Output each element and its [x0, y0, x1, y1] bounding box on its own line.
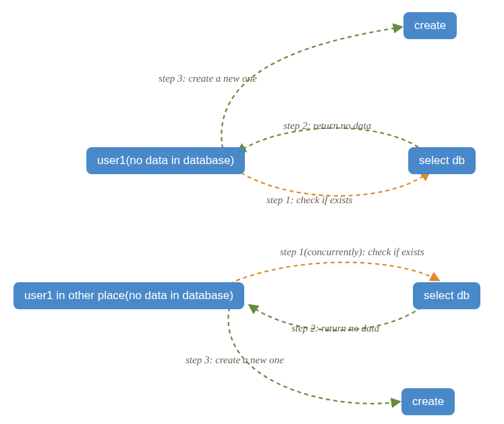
label-top-step3: step 3: create a new one [159, 73, 257, 84]
label-bottom-step3: step 3: create a new one [186, 354, 284, 366]
label-top-step2: step 2: return no data [283, 120, 371, 132]
label-bottom-step1: step 1(concurrently): check if exists [280, 246, 424, 258]
node-user1-top: user1(no data in database) [86, 147, 245, 174]
node-select-db-top: select db [408, 147, 476, 174]
node-create-top: create [403, 12, 457, 39]
label-top-step1: step 1: check if exists [267, 194, 352, 206]
node-select-db-bottom: select db [413, 282, 480, 309]
edge-bottom-step1 [229, 263, 439, 284]
edge-top-step1 [235, 169, 429, 196]
label-bottom-step2: step 2: return no data [291, 323, 379, 334]
node-user1-bottom: user1 in other place(no data in database… [13, 282, 244, 309]
node-create-bottom: create [401, 388, 455, 415]
